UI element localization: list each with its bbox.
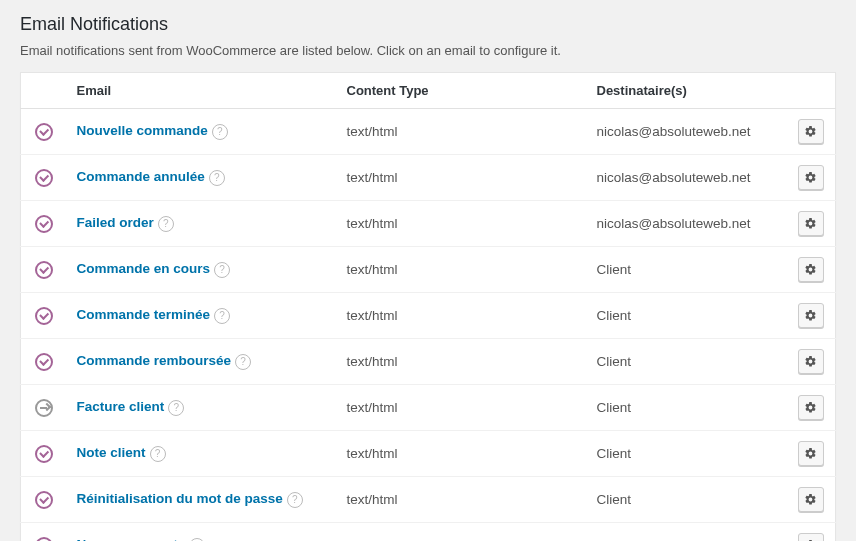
content-type-cell: text/html: [337, 523, 587, 542]
status-enabled-icon: [35, 307, 53, 325]
column-header-email: Email: [67, 73, 337, 109]
gear-icon: [804, 263, 817, 276]
recipient-cell: nicolas@absoluteweb.net: [587, 201, 788, 247]
configure-button[interactable]: [798, 211, 824, 236]
help-tip-icon[interactable]: ?: [287, 492, 303, 508]
email-name-cell: Note client?: [67, 431, 337, 477]
status-enabled-icon: [35, 537, 53, 542]
status-cell: [21, 201, 67, 247]
email-notifications-table: Email Content Type Destinataire(s) Nouve…: [20, 72, 836, 541]
content-type-cell: text/html: [337, 155, 587, 201]
gear-icon: [804, 171, 817, 184]
action-cell: [788, 109, 836, 155]
email-link[interactable]: Commande remboursée: [77, 353, 232, 368]
help-tip-icon[interactable]: ?: [214, 262, 230, 278]
column-header-status: [21, 73, 67, 109]
help-tip-icon[interactable]: ?: [212, 124, 228, 140]
help-tip-icon[interactable]: ?: [214, 308, 230, 324]
help-tip-icon[interactable]: ?: [150, 446, 166, 462]
status-enabled-icon: [35, 215, 53, 233]
gear-icon: [804, 401, 817, 414]
status-cell: [21, 523, 67, 542]
content-type-cell: text/html: [337, 247, 587, 293]
configure-button[interactable]: [798, 119, 824, 144]
status-cell: [21, 477, 67, 523]
table-row: Commande en cours?text/htmlClient: [21, 247, 836, 293]
configure-button[interactable]: [798, 533, 824, 541]
status-cell: [21, 109, 67, 155]
help-tip-icon[interactable]: ?: [235, 354, 251, 370]
table-row: Commande remboursée?text/htmlClient: [21, 339, 836, 385]
email-name-cell: Réinitialisation du mot de passe?: [67, 477, 337, 523]
email-link[interactable]: Commande en cours: [77, 261, 211, 276]
table-row: Réinitialisation du mot de passe?text/ht…: [21, 477, 836, 523]
status-enabled-icon: [35, 123, 53, 141]
status-cell: [21, 293, 67, 339]
table-row: Note client?text/htmlClient: [21, 431, 836, 477]
email-link[interactable]: Réinitialisation du mot de passe: [77, 491, 283, 506]
configure-button[interactable]: [798, 349, 824, 374]
configure-button[interactable]: [798, 487, 824, 512]
action-cell: [788, 155, 836, 201]
recipient-cell: nicolas@absoluteweb.net: [587, 109, 788, 155]
content-type-cell: text/html: [337, 293, 587, 339]
status-cell: [21, 339, 67, 385]
email-name-cell: Facture client?: [67, 385, 337, 431]
gear-icon: [804, 447, 817, 460]
status-enabled-icon: [35, 353, 53, 371]
email-link[interactable]: Facture client: [77, 399, 165, 414]
column-header-actions: [788, 73, 836, 109]
email-name-cell: Failed order?: [67, 201, 337, 247]
configure-button[interactable]: [798, 257, 824, 282]
table-row: Facture client?text/htmlClient: [21, 385, 836, 431]
content-type-cell: text/html: [337, 201, 587, 247]
email-name-cell: Commande remboursée?: [67, 339, 337, 385]
email-link[interactable]: Commande terminée: [77, 307, 211, 322]
recipient-cell: Client: [587, 523, 788, 542]
help-tip-icon[interactable]: ?: [158, 216, 174, 232]
table-row: Commande terminée?text/htmlClient: [21, 293, 836, 339]
status-cell: [21, 247, 67, 293]
content-type-cell: text/html: [337, 385, 587, 431]
configure-button[interactable]: [798, 395, 824, 420]
page-description: Email notifications sent from WooCommerc…: [20, 43, 836, 58]
recipient-cell: Client: [587, 477, 788, 523]
help-tip-icon[interactable]: ?: [209, 170, 225, 186]
email-link[interactable]: Failed order: [77, 215, 154, 230]
table-row: Nouveau compte?text/htmlClient: [21, 523, 836, 542]
email-link[interactable]: Commande annulée: [77, 169, 205, 184]
help-tip-icon[interactable]: ?: [168, 400, 184, 416]
recipient-cell: Client: [587, 339, 788, 385]
email-name-cell: Nouveau compte?: [67, 523, 337, 542]
action-cell: [788, 293, 836, 339]
content-type-cell: text/html: [337, 109, 587, 155]
status-enabled-icon: [35, 491, 53, 509]
action-cell: [788, 339, 836, 385]
recipient-cell: nicolas@absoluteweb.net: [587, 155, 788, 201]
page-title: Email Notifications: [20, 14, 836, 35]
recipient-cell: Client: [587, 431, 788, 477]
content-type-cell: text/html: [337, 431, 587, 477]
recipient-cell: Client: [587, 247, 788, 293]
action-cell: [788, 385, 836, 431]
configure-button[interactable]: [798, 165, 824, 190]
gear-icon: [804, 355, 817, 368]
configure-button[interactable]: [798, 441, 824, 466]
gear-icon: [804, 493, 817, 506]
content-type-cell: text/html: [337, 477, 587, 523]
status-cell: [21, 155, 67, 201]
content-type-cell: text/html: [337, 339, 587, 385]
action-cell: [788, 247, 836, 293]
status-enabled-icon: [35, 445, 53, 463]
status-cell: [21, 431, 67, 477]
action-cell: [788, 431, 836, 477]
email-name-cell: Commande annulée?: [67, 155, 337, 201]
status-cell: [21, 385, 67, 431]
email-link[interactable]: Note client: [77, 445, 146, 460]
email-name-cell: Commande terminée?: [67, 293, 337, 339]
email-link[interactable]: Nouvelle commande: [77, 123, 208, 138]
email-link[interactable]: Nouveau compte: [77, 537, 186, 541]
table-row: Nouvelle commande?text/htmlnicolas@absol…: [21, 109, 836, 155]
status-enabled-icon: [35, 169, 53, 187]
configure-button[interactable]: [798, 303, 824, 328]
